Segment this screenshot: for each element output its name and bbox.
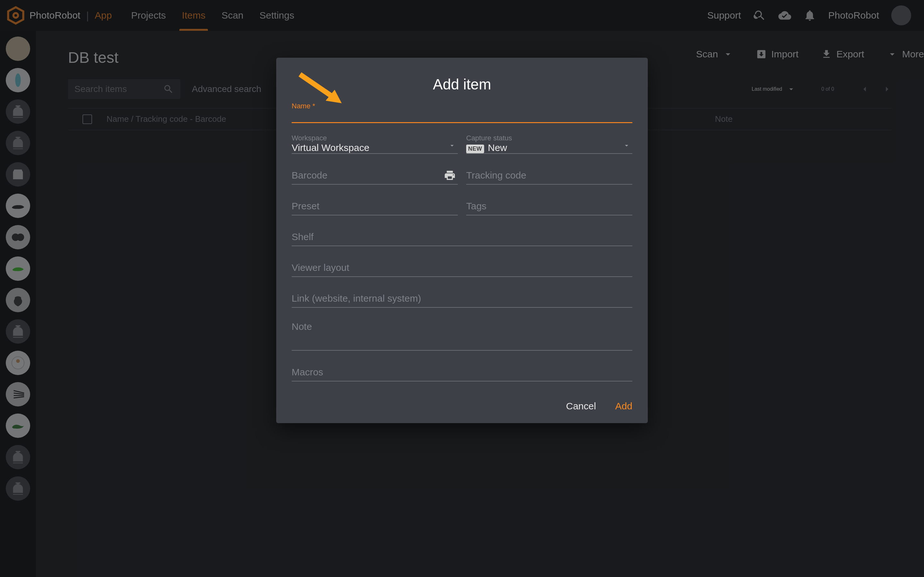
workspace-select[interactable]: Workspace Virtual Workspace: [292, 135, 458, 154]
capture-status-select[interactable]: Capture status NEW New: [466, 135, 632, 154]
tracking-code-placeholder: Tracking code: [466, 170, 526, 181]
note-field[interactable]: Note: [292, 320, 632, 351]
note-placeholder: Note: [292, 321, 312, 332]
workspace-value: Virtual Workspace: [292, 142, 369, 153]
cancel-button[interactable]: Cancel: [566, 401, 596, 412]
add-item-dialog: Add item Name * Workspace Virtual Worksp…: [276, 58, 648, 423]
tags-field[interactable]: Tags: [466, 197, 632, 215]
modal-overlay: Add item Name * Workspace Virtual Worksp…: [0, 0, 924, 577]
name-label: Name *: [292, 102, 315, 110]
capture-status-value: New: [488, 142, 507, 153]
status-badge: NEW: [466, 145, 484, 153]
dialog-actions: Cancel Add: [292, 401, 632, 412]
preset-placeholder: Preset: [292, 201, 320, 211]
shelf-field[interactable]: Shelf: [292, 227, 632, 246]
macros-placeholder: Macros: [292, 367, 323, 378]
name-field[interactable]: Name *: [292, 105, 632, 123]
link-field[interactable]: Link (website, internal system): [292, 289, 632, 308]
tracking-code-field[interactable]: Tracking code: [466, 166, 632, 185]
preset-field[interactable]: Preset: [292, 197, 458, 215]
macros-field[interactable]: Macros: [292, 363, 632, 382]
shelf-placeholder: Shelf: [292, 231, 313, 242]
dialog-title: Add item: [292, 76, 632, 93]
workspace-label: Workspace: [292, 134, 327, 142]
chevron-down-icon: [448, 142, 456, 149]
add-button[interactable]: Add: [615, 401, 632, 412]
print-icon[interactable]: [444, 169, 456, 181]
link-placeholder: Link (website, internal system): [292, 293, 421, 304]
tags-placeholder: Tags: [466, 201, 486, 211]
viewer-layout-placeholder: Viewer layout: [292, 262, 349, 273]
barcode-field[interactable]: Barcode: [292, 166, 458, 185]
barcode-placeholder: Barcode: [292, 170, 328, 181]
viewer-layout-field[interactable]: Viewer layout: [292, 258, 632, 277]
capture-status-label: Capture status: [466, 134, 512, 142]
chevron-down-icon: [623, 142, 630, 149]
